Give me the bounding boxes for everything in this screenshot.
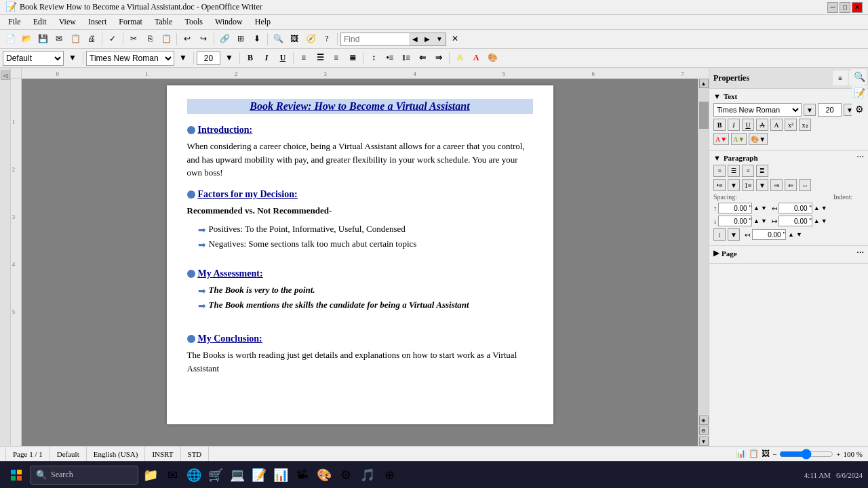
menu-help[interactable]: Help [250, 16, 276, 28]
menu-window[interactable]: Window [210, 16, 248, 28]
props-align-center-button[interactable]: ☰ [728, 165, 740, 177]
insert-mode[interactable]: INSRT [145, 447, 180, 461]
props-side-icon-1[interactable]: 🔍 [852, 69, 867, 84]
vertical-scrollbar[interactable]: ▲ ⊕ ⊖ ▼ [698, 79, 709, 446]
taskbar-icon-files[interactable]: 📁 [141, 466, 160, 485]
status-icon-1[interactable]: 📊 [736, 449, 746, 459]
menu-insert[interactable]: Insert [83, 16, 112, 28]
spacing-up-btn[interactable]: ▲ [753, 205, 760, 211]
maximize-button[interactable]: □ [840, 2, 850, 13]
props-side-icon-3[interactable]: ⚙ [852, 102, 867, 117]
props-text-header[interactable]: ▼ Text ⋯ [713, 92, 864, 100]
insert-button[interactable]: ⬇ [250, 32, 264, 47]
props-italic-button[interactable]: I [728, 119, 740, 131]
zoom-out-btn[interactable]: − [772, 450, 776, 458]
taskbar-icon-draw[interactable]: 🎨 [315, 466, 334, 485]
menu-tools[interactable]: Tools [179, 16, 208, 28]
print-button[interactable]: 🖨 [84, 32, 99, 47]
taskbar-icon-writer[interactable]: 📝 [250, 466, 269, 485]
font-color-button[interactable]: A [469, 51, 484, 66]
open-button[interactable]: 📂 [19, 32, 34, 47]
spacing-dn-btn[interactable]: ▼ [761, 205, 767, 211]
menu-view[interactable]: View [54, 16, 81, 28]
help-button[interactable]: ? [319, 32, 334, 47]
props-strikethrough-button[interactable]: A [756, 119, 768, 131]
find-close-button[interactable]: ✕ [448, 32, 462, 47]
spacing-above-input[interactable] [718, 203, 752, 214]
bg-color-button[interactable]: 🎨 [485, 51, 500, 66]
close-button[interactable]: ✕ [852, 2, 863, 13]
props-font-dropdown[interactable]: ▼ [804, 104, 816, 116]
indent-less-button[interactable]: ⇐ [415, 51, 430, 66]
taskbar-icon-store[interactable]: 🛒 [206, 466, 225, 485]
props-bgcolor-button[interactable]: 🎨▼ [749, 133, 768, 145]
taskbar-icon-impress[interactable]: 📽 [293, 466, 312, 485]
pdf-button[interactable]: 📋 [68, 32, 83, 47]
props-bullets-dropdown[interactable]: ▼ [728, 179, 740, 191]
align-left-button[interactable]: ≡ [296, 51, 311, 66]
taskbar-icon-settings[interactable]: ⚙ [336, 466, 355, 485]
taskbar-icon-more[interactable]: ⊕ [380, 466, 399, 485]
props-rtl-button[interactable]: ↔ [799, 179, 811, 191]
save-button[interactable]: 💾 [35, 32, 50, 47]
table-button[interactable]: ⊞ [233, 32, 248, 47]
email-button[interactable]: ✉ [52, 32, 66, 47]
scroll-down-button[interactable]: ▼ [699, 436, 709, 446]
status-icon-3[interactable]: 🖼 [762, 449, 770, 459]
minimize-button[interactable]: ─ [827, 2, 838, 13]
taskbar-icon-music[interactable]: 🎵 [358, 466, 377, 485]
zoom-in-btn[interactable]: + [836, 450, 840, 458]
navigator-button[interactable]: 🧭 [303, 32, 318, 47]
find-options-button[interactable]: ▼ [433, 33, 446, 45]
find-prev-button[interactable]: ◀ [409, 33, 421, 45]
conclusion-body[interactable]: The Books is worth reading just get deta… [187, 348, 533, 375]
taskbar-icon-calc[interactable]: 📊 [271, 466, 290, 485]
menu-edit[interactable]: Edit [28, 16, 52, 28]
align-justify-button[interactable]: ≣ [345, 51, 360, 66]
font-size-input[interactable] [197, 52, 220, 65]
linespacing-up[interactable]: ▲ [788, 231, 794, 238]
paragraph-style-dropdown[interactable]: ▼ [65, 51, 80, 66]
props-page-header[interactable]: ▶ Page ⋯ [713, 249, 864, 258]
indent-before-input[interactable] [778, 203, 812, 214]
bullets-button[interactable]: •≡ [382, 51, 397, 66]
find-input[interactable] [341, 35, 409, 44]
scroll-thumb[interactable] [699, 102, 709, 129]
spacing-below-input[interactable] [718, 216, 752, 226]
scroll-track[interactable] [699, 88, 709, 414]
redo-button[interactable]: ↪ [196, 32, 211, 47]
introduction-body[interactable]: When considering a career choice, being … [187, 140, 533, 180]
document-title[interactable]: Book Review: How to Become a Virtual Ass… [187, 99, 533, 114]
props-bold-button[interactable]: B [713, 119, 726, 131]
scroll-up-button[interactable]: ▲ [699, 79, 709, 88]
cut-button[interactable]: ✂ [126, 32, 141, 47]
indent-dn-btn[interactable]: ▼ [821, 205, 827, 211]
align-right-button[interactable]: ≡ [329, 51, 344, 66]
std-mode[interactable]: STD [181, 447, 210, 461]
props-numbering-button[interactable]: 1≡ [742, 179, 754, 191]
props-bullets-button[interactable]: •≡ [713, 179, 726, 191]
taskbar-icon-browser[interactable]: 🌐 [184, 466, 203, 485]
paragraph-style-select[interactable]: Default [3, 51, 64, 66]
status-icon-2[interactable]: 📋 [749, 449, 759, 459]
italic-button[interactable]: I [259, 51, 274, 66]
props-indent-less[interactable]: ⇐ [785, 179, 797, 191]
indent-up-btn[interactable]: ▲ [814, 205, 820, 211]
linespacing-input[interactable] [752, 229, 786, 240]
zoom-slider[interactable] [779, 449, 833, 460]
spellcheck-button[interactable]: ✓ [105, 32, 120, 47]
indent-after-input[interactable] [778, 216, 812, 226]
props-highlight-button[interactable]: A▼ [731, 133, 747, 145]
undo-button[interactable]: ↩ [180, 32, 195, 47]
spacing-below-up-btn[interactable]: ▲ [753, 218, 760, 224]
numbering-button[interactable]: 1≡ [399, 51, 414, 66]
sidebar-icon-1[interactable]: ◁ [1, 70, 10, 80]
props-paragraph-header[interactable]: ▼ Paragraph ⋯ [713, 153, 864, 162]
props-size-input[interactable] [818, 103, 842, 117]
props-options-button[interactable]: ≡ [833, 70, 848, 85]
props-page-options[interactable]: ⋯ [856, 249, 864, 258]
indent-after-up-btn[interactable]: ▲ [814, 218, 820, 224]
indent-after-dn-btn[interactable]: ▼ [821, 218, 827, 224]
start-button[interactable] [5, 464, 27, 486]
highlight-color-button[interactable]: A [452, 51, 467, 66]
